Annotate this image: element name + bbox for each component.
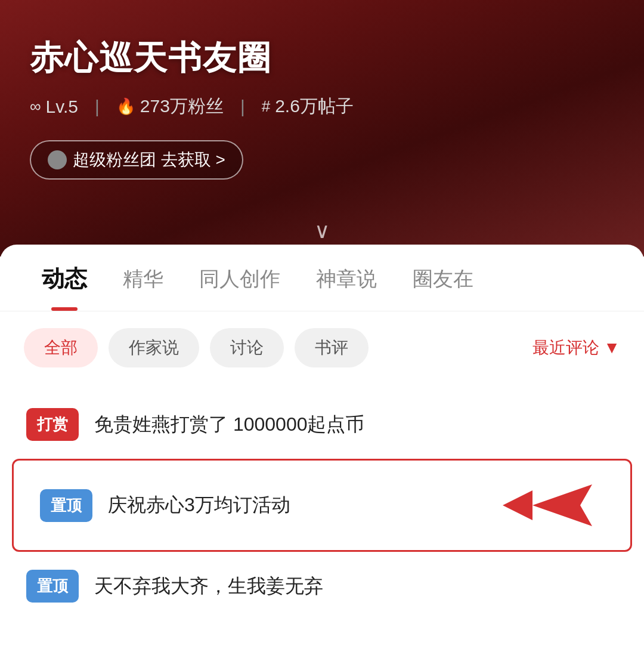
sort-dropdown[interactable]: 最近评论 ▼ bbox=[532, 336, 621, 359]
post-list: 打赏 免贵姓燕打赏了 1000000起点币 置顶 庆祝赤心3万均订活动 置顶 天… bbox=[0, 384, 644, 626]
divider-2: | bbox=[240, 97, 245, 117]
expand-chevron-icon[interactable]: ∨ bbox=[314, 218, 330, 243]
posts-info: # 2.6万帖子 bbox=[262, 94, 354, 119]
fan-badge-button[interactable]: 超级粉丝团 去获取 > bbox=[30, 140, 243, 180]
divider-1: | bbox=[95, 97, 100, 117]
post-tag-reward: 打赏 bbox=[26, 408, 79, 441]
post-item-highlighted[interactable]: 置顶 庆祝赤心3万均订活动 bbox=[12, 459, 632, 552]
filter-bar: 全部 作家说 讨论 书评 最近评论 ▼ bbox=[0, 311, 644, 384]
fan-badge-label: 超级粉丝团 去获取 > bbox=[73, 149, 225, 171]
posts-count: 2.6万帖子 bbox=[275, 94, 354, 119]
filter-author[interactable]: 作家说 bbox=[109, 328, 199, 367]
red-arrow-icon bbox=[497, 478, 604, 532]
fans-info: 🔥 273万粉丝 bbox=[116, 94, 224, 119]
group-title: 赤心巡天书友圈 bbox=[30, 36, 614, 81]
post-text-2: 天不弃我大齐，生我姜无弃 bbox=[94, 573, 618, 600]
badge-icon bbox=[48, 150, 67, 169]
tab-bar: 动态 精华 同人创作 神章说 圈友在 bbox=[0, 245, 644, 311]
tab-quanyou[interactable]: 圈友在 bbox=[395, 246, 491, 310]
tab-jinghua[interactable]: 精华 bbox=[105, 246, 181, 310]
tab-tongren[interactable]: 同人创作 bbox=[181, 246, 298, 310]
hero-meta: ∞ Lv.5 | 🔥 273万粉丝 | # 2.6万帖子 bbox=[30, 94, 614, 119]
filter-review[interactable]: 书评 bbox=[295, 328, 369, 367]
hash-icon: # bbox=[262, 97, 270, 116]
fire-icon: 🔥 bbox=[116, 97, 135, 116]
post-tag-pinned: 置顶 bbox=[40, 489, 92, 522]
hero-banner: 赤心巡天书友圈 ∞ Lv.5 | 🔥 273万粉丝 | # 2.6万帖子 超级粉… bbox=[0, 0, 644, 257]
filter-discussion[interactable]: 讨论 bbox=[210, 328, 284, 367]
level-text: Lv.5 bbox=[46, 97, 78, 117]
filter-all[interactable]: 全部 bbox=[24, 328, 98, 367]
post-item-2[interactable]: 置顶 天不弃我大齐，生我姜无弃 bbox=[0, 552, 644, 620]
infinity-icon: ∞ bbox=[30, 97, 41, 116]
tab-dongtai[interactable]: 动态 bbox=[24, 245, 105, 311]
fans-count: 273万粉丝 bbox=[140, 94, 224, 119]
tab-shenzhangsuo[interactable]: 神章说 bbox=[298, 246, 395, 310]
content-area: 动态 精华 同人创作 神章说 圈友在 全部 作家说 讨论 书评 最近评论 ▼ bbox=[0, 245, 644, 650]
post-text: 免贵姓燕打赏了 1000000起点币 bbox=[94, 412, 618, 438]
svg-marker-0 bbox=[503, 484, 592, 526]
post-tag-pinned-2: 置顶 bbox=[26, 570, 79, 603]
post-item[interactable]: 打赏 免贵姓燕打赏了 1000000起点币 bbox=[0, 390, 644, 459]
level-info: ∞ Lv.5 bbox=[30, 97, 78, 117]
post-text-pinned: 庆祝赤心3万均订活动 bbox=[108, 492, 481, 518]
